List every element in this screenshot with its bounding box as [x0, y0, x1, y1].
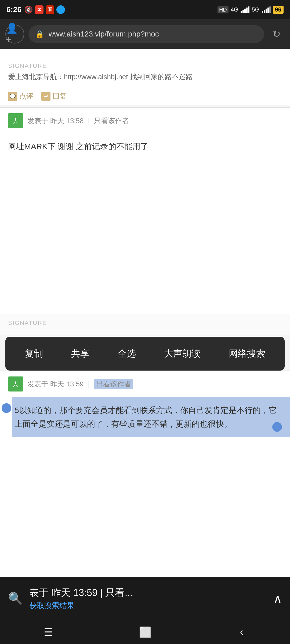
top-spacer: [0, 49, 290, 57]
reply-label: 回复: [53, 92, 67, 101]
status-right: HD 4G 5G 96: [218, 6, 284, 14]
menu-icon: ☰: [44, 626, 53, 638]
nav-menu-button[interactable]: ☰: [38, 621, 59, 643]
refresh-button[interactable]: ↻: [269, 26, 285, 42]
signature-label-1: SIGNATURE: [8, 63, 282, 69]
signature-area-2: SIGNATURE: [0, 314, 290, 335]
post-time-3: 发表于 昨天 13:59: [27, 379, 84, 389]
context-selectall[interactable]: 全选: [112, 345, 141, 363]
comment-icon: 💬: [8, 92, 17, 101]
post-meta-2: 发表于 昨天 13:58 | 只看该作者: [27, 116, 129, 126]
content-area: SIGNATURE 爱上海北京导航：http://www.aishbj.net …: [0, 49, 290, 507]
post-section-3: 人 发表于 昨天 13:59 | 只看该作者 5以知道的，那个要充会员才能看到联…: [0, 371, 290, 507]
post-body-2: 网址MARK下 谢谢 之前记录的不能用了: [0, 134, 290, 158]
lock-icon: 🔒: [35, 30, 44, 39]
post-divider-v-2: |: [88, 117, 90, 125]
context-copy[interactable]: 复制: [19, 345, 48, 363]
signal-4g: [241, 6, 249, 13]
selection-handle-area-left: [0, 397, 12, 413]
comment-button[interactable]: 💬 点评: [8, 92, 33, 101]
bottom-search-bar[interactable]: 🔍 表于 昨天 13:59 | 只看... 获取搜索结果 ∧: [0, 577, 290, 620]
selection-handle-left: [2, 403, 11, 413]
post-blank-area-3: [0, 437, 290, 507]
context-menu: 复制 共享 全选 大声朗读 网络搜索: [5, 337, 285, 371]
search-icon: 🔍: [8, 591, 23, 605]
svg-text:人: 人: [13, 118, 19, 124]
status-left: 6:26 🔇 ✉ 看: [6, 5, 65, 14]
bottom-search-text-area: 表于 昨天 13:59 | 只看... 获取搜索结果: [29, 586, 267, 611]
post-avatar-3: 人: [8, 376, 23, 391]
5g-label: 5G: [252, 6, 259, 13]
context-websearch[interactable]: 网络搜索: [223, 345, 271, 363]
post-meta-3: 发表于 昨天 13:59 | 只看该作者: [27, 379, 133, 389]
selected-text: 5以知道的，那个要充会员才能看到联系方式，你自己发肯定是不行的，它上面全是实还是…: [12, 397, 290, 437]
post-avatar-2: 人: [8, 113, 23, 128]
app-icon-blue: [56, 5, 65, 14]
battery-indicator: 96: [273, 6, 284, 14]
post-time-2: 发表于 昨天 13:58: [27, 116, 84, 126]
status-icons: 🔇 ✉ 看: [24, 5, 65, 14]
status-time: 6:26: [6, 5, 21, 14]
nav-back-button[interactable]: ‹: [231, 621, 252, 643]
signature-label-2: SIGNATURE: [8, 320, 282, 327]
browser-add-tab[interactable]: 👤+: [5, 25, 24, 43]
nav-home-button[interactable]: ⬜: [134, 621, 156, 643]
home-icon: ⬜: [139, 626, 151, 638]
selected-text-container: 5以知道的，那个要充会员才能看到联系方式，你自己发肯定是不行的，它上面全是实还是…: [0, 397, 290, 437]
status-bar: 6:26 🔇 ✉ 看 HD 4G 5G: [0, 0, 290, 19]
post-blank-area-2: [0, 158, 290, 314]
browser-url-bar[interactable]: 🔒 www.aish123.vip/forum.php?moc: [28, 25, 264, 43]
app-icon-red2: 看: [46, 5, 54, 14]
svg-text:人: 人: [13, 381, 19, 387]
context-readloud[interactable]: 大声朗读: [159, 345, 206, 363]
post-only-author-2[interactable]: 只看该作者: [94, 116, 129, 126]
action-bar-1: 💬 点评 ↩ 回复: [0, 87, 290, 105]
post-section-1: SIGNATURE 爱上海北京导航：http://www.aishbj.net …: [0, 57, 290, 105]
browser-bar: 👤+ 🔒 www.aish123.vip/forum.php?moc ↻: [0, 19, 290, 49]
context-share[interactable]: 共享: [66, 345, 95, 363]
reply-icon: ↩: [41, 92, 50, 101]
signal-5g: [262, 6, 271, 13]
selection-handle-right-dot: [272, 422, 282, 432]
chevron-up-icon[interactable]: ∧: [273, 592, 282, 605]
refresh-icon: ↻: [273, 28, 281, 40]
selection-handle-right: [272, 422, 282, 432]
4g-label: 4G: [231, 6, 238, 13]
signature-area-1: SIGNATURE 爱上海北京导航：http://www.aishbj.net …: [0, 57, 290, 87]
add-tab-icon: 👤+: [6, 23, 24, 45]
app-icon-red: ✉: [35, 5, 44, 14]
post-only-author-3[interactable]: 只看该作者: [94, 379, 133, 389]
bottom-search-sub-text: 获取搜索结果: [29, 601, 267, 611]
bottom-search-main-text: 表于 昨天 13:59 | 只看...: [29, 586, 267, 599]
post-section-2: 人 发表于 昨天 13:58 | 只看该作者 网址MARK下 谢谢 之前记录的不…: [0, 108, 290, 335]
post-header-2: 人 发表于 昨天 13:58 | 只看该作者: [0, 108, 290, 134]
comment-label: 点评: [19, 92, 33, 101]
post-header-3: 人 发表于 昨天 13:59 | 只看该作者: [0, 371, 290, 397]
signature-text-1: 爱上海北京导航：http://www.aishbj.net 找到回家的路不迷路: [8, 72, 282, 82]
reply-button[interactable]: ↩ 回复: [41, 92, 67, 101]
mute-icon: 🔇: [24, 6, 33, 14]
post-divider-v-3: |: [88, 380, 90, 388]
bottom-nav: ☰ ⬜ ‹: [0, 620, 290, 644]
hd-badge: HD: [218, 6, 229, 13]
browser-url-text: www.aish123.vip/forum.php?moc: [49, 30, 258, 38]
back-icon: ‹: [240, 626, 244, 638]
